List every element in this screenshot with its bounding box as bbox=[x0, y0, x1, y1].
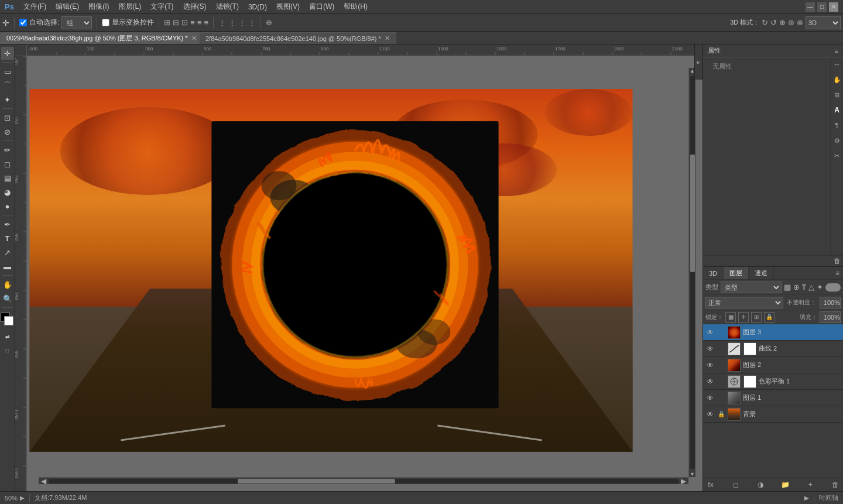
layer-2-visibility[interactable]: 👁 bbox=[705, 361, 715, 370]
opacity-input[interactable] bbox=[820, 297, 841, 308]
tab-0[interactable]: 002948adhabd38idcz38gh.jpg @ 50% (图层 3, … bbox=[0, 32, 199, 44]
canvas-image[interactable] bbox=[30, 89, 633, 452]
background-color[interactable] bbox=[4, 316, 13, 325]
quick-mask-btn[interactable]: □ bbox=[1, 344, 14, 357]
distribute-icon-4[interactable]: ⋮ bbox=[248, 18, 256, 27]
close-button[interactable]: ✕ bbox=[829, 2, 838, 12]
filter-shape-icon[interactable]: △ bbox=[808, 283, 814, 292]
prop-tool-icon-3[interactable]: ⊞ bbox=[832, 90, 842, 100]
move-tool[interactable]: ✛ bbox=[1, 47, 14, 60]
menu-filter[interactable]: 滤镜(T) bbox=[211, 2, 244, 12]
filter-smart-icon[interactable]: ✦ bbox=[817, 283, 823, 292]
tab-0-close[interactable]: ✕ bbox=[191, 35, 197, 42]
tab-layers[interactable]: 图层 bbox=[724, 267, 749, 279]
eraser-tool[interactable]: ◻ bbox=[1, 157, 14, 170]
horizontal-scrollbar[interactable]: ◀ ▶ bbox=[39, 477, 688, 484]
menu-layer[interactable]: 图层(L) bbox=[114, 2, 146, 12]
filter-pixel-icon[interactable]: ▩ bbox=[784, 283, 791, 292]
prop-tool-icon-2[interactable]: ✋ bbox=[832, 75, 842, 84]
lock-move-btn[interactable]: ✛ bbox=[738, 312, 749, 323]
delete-layer-button[interactable]: 🗑 bbox=[830, 479, 841, 490]
tab-3d[interactable]: 3D bbox=[703, 267, 724, 279]
hscroll-thumb[interactable] bbox=[238, 479, 395, 484]
vertical-scrollbar[interactable]: ▲ ▼ bbox=[688, 68, 695, 477]
filter-adjust-icon[interactable]: ⊕ bbox=[793, 283, 800, 292]
blur-tool[interactable]: ◕ bbox=[1, 186, 14, 198]
layer-item-bg[interactable]: 👁 🔒 背景 bbox=[703, 406, 843, 423]
fill-input[interactable] bbox=[820, 311, 841, 323]
curves2-visibility[interactable]: 👁 bbox=[705, 344, 715, 354]
auto-select-dropdown[interactable]: 组 图层 bbox=[61, 16, 92, 29]
layer-3-visibility[interactable]: 👁 bbox=[705, 328, 715, 337]
gradient-tool[interactable]: ▤ bbox=[1, 172, 14, 184]
prop-tool-icon-7[interactable]: ✂ bbox=[832, 151, 842, 160]
hscroll-left-arrow[interactable]: ◀ bbox=[41, 477, 46, 485]
zoom-expand-icon[interactable]: ▶ bbox=[20, 495, 25, 501]
new-layer-button[interactable]: + bbox=[805, 479, 815, 490]
distribute-icon-3[interactable]: ⋮ bbox=[238, 18, 246, 27]
hand-tool[interactable]: ✋ bbox=[1, 278, 14, 291]
bg-visibility[interactable]: 👁 bbox=[705, 410, 715, 419]
tab-1[interactable]: 2f84a50b9840d8fe2554c864e502e140.jpg @ 5… bbox=[199, 32, 396, 44]
path-select-tool[interactable]: ↗ bbox=[1, 246, 14, 259]
align-left-icon[interactable]: ⊞ bbox=[164, 18, 170, 27]
color-picker[interactable] bbox=[1, 313, 15, 327]
layers-panel-menu-icon[interactable]: ≡ bbox=[832, 267, 843, 279]
marquee-tool[interactable]: ▭ bbox=[1, 65, 14, 78]
layer-item-2[interactable]: 👁 图层 2 bbox=[703, 357, 843, 373]
crop-tool[interactable]: ⊡ bbox=[1, 111, 14, 124]
tab-1-close[interactable]: ✕ bbox=[385, 35, 390, 42]
menu-window[interactable]: 窗口(W) bbox=[304, 2, 339, 12]
filter-toggle[interactable] bbox=[825, 283, 841, 292]
menu-view[interactable]: 视图(V) bbox=[272, 2, 304, 12]
status-expand-icon[interactable]: ▶ bbox=[804, 495, 809, 501]
show-transform-checkbox[interactable] bbox=[102, 19, 109, 26]
slide-3d-icon[interactable]: ⊛ bbox=[788, 18, 794, 27]
layers-filter-select[interactable]: 类型 名称 效果 bbox=[721, 282, 782, 293]
fx-button[interactable]: fx bbox=[705, 479, 716, 490]
distribute-icon-1[interactable]: ⋮ bbox=[218, 18, 226, 27]
align-right-icon[interactable]: ⊡ bbox=[181, 18, 188, 27]
layer-item-curves2[interactable]: 👁 曲线 2 bbox=[703, 341, 843, 357]
eyedropper-tool[interactable]: ⊘ bbox=[1, 125, 14, 138]
zoom-tool[interactable]: 🔍 bbox=[1, 292, 14, 305]
filter-text-icon[interactable]: T bbox=[802, 283, 806, 292]
menu-file[interactable]: 文件(F) bbox=[19, 2, 51, 12]
tab-channels[interactable]: 通道 bbox=[749, 267, 774, 279]
3d-mode-select[interactable]: 3D bbox=[806, 16, 841, 29]
vscroll-thumb[interactable] bbox=[690, 155, 695, 272]
adjustment-button[interactable]: ◑ bbox=[755, 479, 766, 490]
menu-image[interactable]: 图像(I) bbox=[84, 2, 114, 12]
properties-trash-icon[interactable]: 🗑 bbox=[834, 257, 841, 265]
align-bottom-icon[interactable]: ≡ bbox=[204, 18, 209, 27]
arrange-icon[interactable]: ⊕ bbox=[266, 18, 272, 27]
lock-artboard-btn[interactable]: ⊞ bbox=[751, 312, 762, 323]
magic-wand-tool[interactable]: ✦ bbox=[1, 93, 14, 106]
lock-pixels-btn[interactable]: ▩ bbox=[725, 312, 736, 323]
menu-3d[interactable]: 3D(D) bbox=[244, 3, 272, 11]
brush-tool[interactable]: ✏ bbox=[1, 143, 14, 156]
rotate-3d-icon[interactable]: ↻ bbox=[762, 18, 768, 27]
menu-select[interactable]: 选择(S) bbox=[179, 2, 211, 12]
menu-help[interactable]: 帮助(H) bbox=[339, 2, 372, 12]
prop-tool-icon-5[interactable]: ¶ bbox=[832, 121, 842, 130]
burn-tool[interactable]: ● bbox=[1, 200, 14, 212]
layer-item-3[interactable]: 👁 图层 3 bbox=[703, 324, 843, 341]
layer-item-colorbalance[interactable]: 👁 色彩平衡 1 bbox=[703, 373, 843, 390]
minimize-button[interactable]: — bbox=[806, 2, 815, 12]
maximize-button[interactable]: □ bbox=[817, 2, 827, 12]
lock-all-btn[interactable]: 🔒 bbox=[764, 312, 775, 323]
prop-tool-icon-1[interactable]: ↔ bbox=[832, 60, 842, 69]
switch-colors-icon[interactable]: ⇄ bbox=[1, 330, 14, 343]
menu-text[interactable]: 文字(T) bbox=[146, 2, 178, 12]
distribute-icon-2[interactable]: ⋮ bbox=[228, 18, 236, 27]
text-tool[interactable]: T bbox=[1, 232, 14, 245]
align-center-icon[interactable]: ⊟ bbox=[173, 18, 179, 27]
canvas-viewport[interactable]: ◀ ▶ ▲ ▼ bbox=[27, 56, 695, 484]
scale-3d-icon[interactable]: ⊗ bbox=[797, 18, 803, 27]
vscroll-down-arrow[interactable]: ▼ bbox=[690, 471, 695, 477]
align-middle-icon[interactable]: ≡ bbox=[197, 18, 202, 27]
prop-tool-icon-4[interactable]: A bbox=[832, 105, 842, 115]
pan-3d-icon[interactable]: ⊕ bbox=[779, 18, 786, 27]
menu-edit[interactable]: 编辑(E) bbox=[51, 2, 84, 12]
